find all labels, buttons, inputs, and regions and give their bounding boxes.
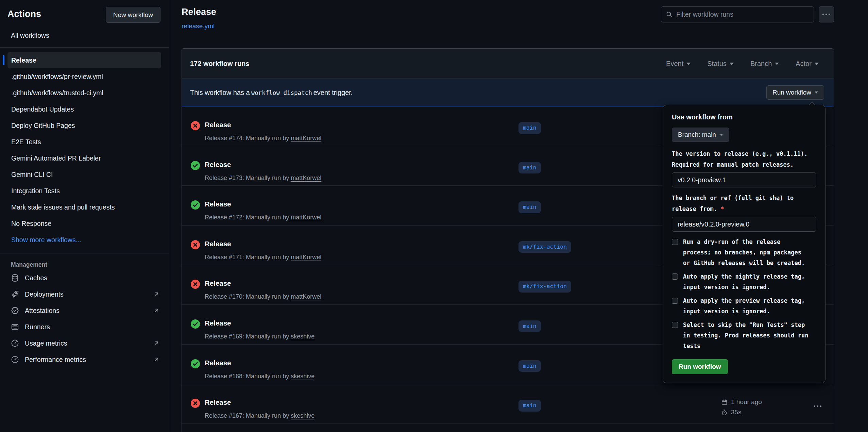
sidebar-item-label: Deploy GitHub Pages <box>11 122 75 130</box>
management-item-runners[interactable]: Runners <box>11 319 160 335</box>
run-workflow-submit-button[interactable]: Run workflow <box>672 359 728 374</box>
filter-branch[interactable]: Branch <box>750 60 779 68</box>
run-title-link[interactable]: Release <box>205 240 231 248</box>
sidebar-item-gemini-cli-ci[interactable]: Gemini CLI CI <box>7 166 161 183</box>
ref-input[interactable] <box>672 217 816 232</box>
kebab-icon <box>822 14 830 15</box>
success-icon <box>191 161 200 170</box>
database-icon <box>11 274 19 282</box>
checkbox[interactable] <box>672 273 678 280</box>
branch-badge[interactable]: mk/fix-action <box>518 281 571 293</box>
run-title-link[interactable]: Release <box>205 200 231 208</box>
sidebar-item-dependabot-updates[interactable]: Dependabot Updates <box>7 101 161 117</box>
run-actor-link[interactable]: mattKorwel <box>291 254 321 261</box>
filter-runs-searchbox[interactable] <box>661 6 814 22</box>
chevron-down-icon <box>775 63 779 65</box>
branch-badge[interactable]: main <box>518 201 541 213</box>
run-actor-link[interactable]: mattKorwel <box>291 214 321 221</box>
branch-badge[interactable]: mk/fix-action <box>518 241 571 253</box>
run-meta: 1 hour ago35s <box>721 398 762 416</box>
run-actor-link[interactable]: skeshive <box>291 412 314 419</box>
run-title-link[interactable]: Release <box>205 161 231 169</box>
popup-checkbox-row[interactable]: Select to skip the "Run Tests" step in t… <box>672 320 816 351</box>
external-link-icon <box>153 291 160 298</box>
branch-badge[interactable]: main <box>518 400 541 412</box>
version-input[interactable] <box>672 172 816 187</box>
checkbox[interactable] <box>672 239 678 245</box>
management-item-usage-metrics[interactable]: Usage metrics <box>11 335 160 351</box>
run-actor-link[interactable]: mattKorwel <box>291 135 321 142</box>
run-title-link[interactable]: Release <box>205 319 231 327</box>
branch-badge[interactable]: main <box>518 122 541 134</box>
sidebar-item-gemini-automated-pr-labeler[interactable]: Gemini Automated PR Labeler <box>7 150 161 166</box>
new-workflow-button[interactable]: New workflow <box>106 7 160 23</box>
success-icon <box>191 359 200 368</box>
sidebar-item-label: Gemini CLI CI <box>11 171 53 179</box>
run-duration: 35s <box>731 409 742 416</box>
checkbox[interactable] <box>672 298 678 304</box>
version-input-label: The version to release (e.g., v0.1.11). … <box>672 148 816 170</box>
sidebar-item-label: Mark stale issues and pull requests <box>11 203 115 211</box>
stopwatch-icon <box>721 409 728 416</box>
run-description: Release #169: Manually run by skeshive <box>205 333 314 340</box>
failure-icon <box>191 280 200 289</box>
filter-event[interactable]: Event <box>666 60 691 68</box>
management-item-performance-metrics[interactable]: Performance metrics <box>11 351 160 368</box>
runs-panel-header: 172 workflow runs EventStatusBranchActor <box>182 49 834 79</box>
sidebar-item-github-workflows-trusted-ci-yml[interactable]: .github/workflows/trusted-ci.yml <box>7 85 161 101</box>
run-actor-link[interactable]: mattKorwel <box>291 293 321 300</box>
branch-badge[interactable]: main <box>518 162 541 174</box>
management-item-label: Caches <box>25 274 47 282</box>
calendar-icon <box>721 399 728 405</box>
branch-badge[interactable]: main <box>518 320 541 332</box>
chevron-down-icon <box>686 63 691 65</box>
sidebar-item-label: Show more workflows... <box>11 236 81 244</box>
management-item-label: Deployments <box>25 290 64 298</box>
sidebar-item-all-workflows[interactable]: All workflows <box>0 29 169 42</box>
sidebar-item-integration-tests[interactable]: Integration Tests <box>7 183 161 199</box>
management-item-caches[interactable]: Caches <box>11 270 160 286</box>
run-actor-link[interactable]: mattKorwel <box>291 175 321 181</box>
show-more-workflows-link[interactable]: Show more workflows... <box>7 232 161 248</box>
management-item-label: Runners <box>25 323 50 331</box>
success-icon <box>191 319 200 329</box>
run-actor-link[interactable]: skeshive <box>291 333 314 340</box>
popup-checkbox-row[interactable]: Auto apply the nightly release tag, inpu… <box>672 271 816 293</box>
run-workflow-dropdown-button[interactable]: Run workflow <box>766 85 824 100</box>
run-title-link[interactable]: Release <box>205 279 231 287</box>
search-input[interactable] <box>676 11 809 18</box>
filter-status[interactable]: Status <box>707 60 734 68</box>
popup-checkbox-row[interactable]: Auto apply the preview release tag, inpu… <box>672 296 816 317</box>
sidebar-item-label: E2E Tests <box>11 138 41 146</box>
checkbox[interactable] <box>672 322 678 328</box>
management-item-attestations[interactable]: Attestations <box>11 302 160 319</box>
run-actor-link[interactable]: skeshive <box>291 373 314 380</box>
run-workflow-popup: Use workflow from Branch: main The versi… <box>663 105 826 383</box>
workflow-options-kebab-button[interactable] <box>819 6 834 22</box>
verified-icon <box>11 306 19 315</box>
sidebar-item-release[interactable]: Release <box>7 52 161 68</box>
filter-actor[interactable]: Actor <box>796 60 819 68</box>
sidebar-item-e2e-tests[interactable]: E2E Tests <box>7 134 161 150</box>
workflow-file-link[interactable]: release.yml <box>182 22 215 30</box>
sidebar-item-github-workflows-pr-review-yml[interactable]: .github/workflows/pr-review.yml <box>7 68 161 85</box>
run-title-link[interactable]: Release <box>205 359 231 367</box>
run-time: 1 hour ago <box>731 398 762 406</box>
sidebar-item-label: .github/workflows/trusted-ci.yml <box>11 89 103 97</box>
sidebar-item-deploy-github-pages[interactable]: Deploy GitHub Pages <box>7 117 161 134</box>
branch-badge[interactable]: main <box>518 360 541 372</box>
run-title-link[interactable]: Release <box>205 398 231 406</box>
run-options-kebab-button[interactable] <box>814 405 822 407</box>
popup-checkbox-list: Run a dry-run of the release process; no… <box>672 237 816 351</box>
sidebar-item-mark-stale-issues-and-pull-requests[interactable]: Mark stale issues and pull requests <box>7 199 161 215</box>
management-item-label: Usage metrics <box>25 339 67 347</box>
management-item-deployments[interactable]: Deployments <box>11 286 160 302</box>
workflow-run-row[interactable]: Release Release #167: Manually run by sk… <box>182 384 834 424</box>
workflow-dispatch-code: workflow_dispatch <box>250 89 313 96</box>
workflow-run-row-partial <box>182 424 834 432</box>
popup-checkbox-row[interactable]: Run a dry-run of the release process; no… <box>672 237 816 268</box>
sidebar-item-no-response[interactable]: No Response <box>7 215 161 232</box>
run-title-link[interactable]: Release <box>205 121 231 129</box>
branch-selector-button[interactable]: Branch: main <box>672 128 729 142</box>
meter-icon <box>11 355 19 364</box>
